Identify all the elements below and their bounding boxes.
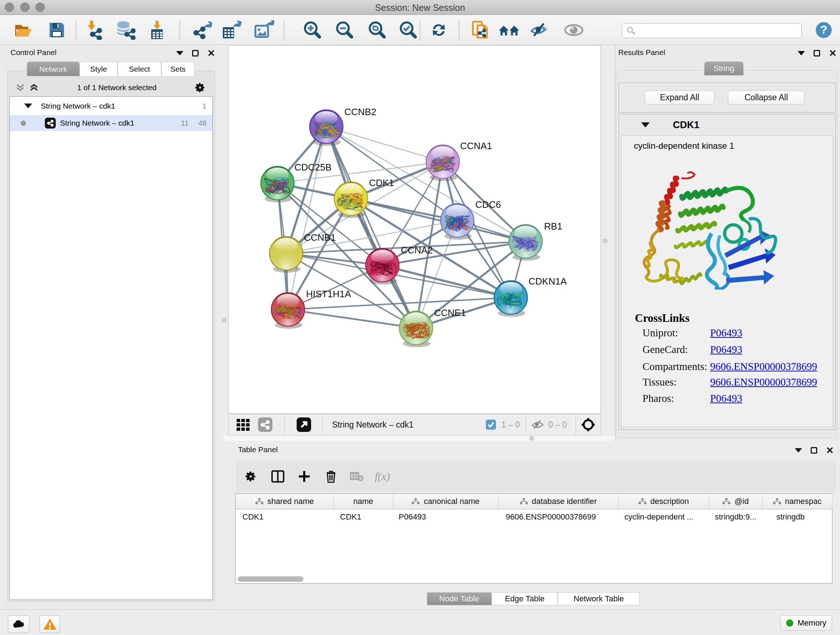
svg-text:CCNE1: CCNE1 — [434, 307, 466, 318]
svg-text:CDKN1A: CDKN1A — [529, 276, 567, 287]
svg-text:CCNA2: CCNA2 — [401, 245, 433, 256]
svg-text:CDC25B: CDC25B — [294, 162, 332, 173]
svg-text:?: ? — [820, 23, 827, 36]
svg-text:HIST1H1A: HIST1H1A — [306, 288, 351, 299]
svg-text:CDC6: CDC6 — [475, 199, 501, 210]
svg-text:CCNB1: CCNB1 — [304, 232, 336, 243]
svg-text:CCNB2: CCNB2 — [344, 106, 376, 117]
svg-text:RB1: RB1 — [544, 221, 562, 232]
svg-text:CCNA1: CCNA1 — [460, 141, 492, 151]
svg-text:CDK1: CDK1 — [369, 177, 394, 188]
